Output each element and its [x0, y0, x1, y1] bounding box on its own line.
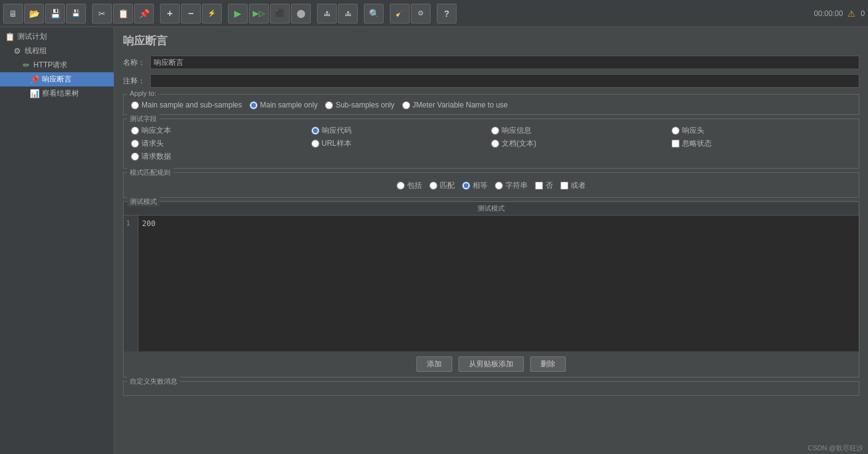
contains-radio[interactable] [397, 182, 405, 190]
cut-button[interactable]: ✂ [92, 4, 112, 23]
response-message-radio[interactable] [491, 127, 499, 135]
response-assertion-icon: 📌 [30, 75, 40, 84]
response-message-label: 响应信息 [502, 125, 531, 136]
test-pattern-fieldset: 测试模式 测试模式 1 200 添加 从剪贴板添加 删除 [123, 201, 859, 377]
pattern-substring[interactable]: 字符串 [495, 180, 528, 191]
field-ignore-status[interactable]: 忽略状态 [672, 138, 852, 149]
pattern-or[interactable]: 或者 [560, 180, 586, 191]
matches-radio[interactable] [429, 182, 437, 190]
apply-sub-only[interactable]: Sub-samples only [325, 101, 394, 109]
comment-input[interactable] [150, 74, 859, 88]
field-document-text[interactable]: 文档(文本) [491, 138, 672, 149]
pattern-contains[interactable]: 包括 [397, 180, 422, 191]
sidebar-item-label: 响应断言 [42, 74, 72, 85]
sidebar-item-label: 测试计划 [17, 32, 47, 42]
sidebar-item-view-results[interactable]: 📊 察看结果树 [0, 86, 114, 101]
pattern-equals[interactable]: 相等 [462, 180, 487, 191]
pattern-matching-row: 包括 匹配 相等 字符串 否 [129, 175, 854, 193]
test-fields-fieldset: 测试字段 响应文本 响应代码 响应信息 响应头 [123, 119, 859, 169]
test-pattern-buttons: 添加 从剪贴板添加 删除 [124, 351, 859, 377]
url-sample-radio[interactable] [311, 140, 319, 148]
field-url-sample[interactable]: URL样本 [311, 138, 492, 149]
start-button[interactable]: ▶ [228, 4, 248, 23]
apply-main-only[interactable]: Main sample only [250, 101, 318, 109]
request-header-radio[interactable] [131, 140, 139, 148]
sidebar: 📋 测试计划 ⚙ 线程组 ✏ HTTP请求 📌 响应断言 📊 察看结果树 [0, 27, 114, 454]
open-button[interactable]: 📂 [24, 4, 44, 23]
apply-main-only-label: Main sample only [260, 101, 318, 109]
function-button[interactable]: ⚙ [411, 4, 431, 23]
field-response-header[interactable]: 响应头 [672, 125, 852, 136]
matches-label: 匹配 [440, 180, 455, 191]
start-no-pause-button[interactable]: ▶▷ [249, 4, 269, 23]
field-response-code[interactable]: 响应代码 [311, 125, 492, 136]
field-request-header[interactable]: 请求头 [131, 138, 311, 149]
response-header-radio[interactable] [672, 127, 680, 135]
warning-count: 0 [861, 9, 865, 18]
sidebar-item-response-assertion[interactable]: 📌 响应断言 [0, 72, 114, 86]
paste-button[interactable]: 📌 [134, 4, 154, 23]
add-button[interactable]: + [160, 4, 180, 23]
apply-jmeter-var[interactable]: JMeter Variable Name to use [402, 101, 508, 109]
test-fields-grid: 响应文本 响应代码 响应信息 响应头 请求头 [129, 122, 854, 164]
new-button[interactable]: 🖥 [3, 4, 23, 23]
shutdown-button[interactable]: ⬤ [291, 4, 311, 23]
add-pattern-button[interactable]: 添加 [416, 356, 452, 372]
sidebar-item-label: HTTP请求 [33, 60, 67, 70]
delete-pattern-button[interactable]: 删除 [530, 356, 566, 372]
apply-main-sub-radio[interactable] [131, 101, 139, 109]
remote-start-button[interactable]: 🖧 [317, 4, 337, 23]
sidebar-item-test-plan[interactable]: 📋 测试计划 [0, 30, 114, 44]
field-request-data[interactable]: 请求数据 [131, 151, 311, 162]
add-from-clipboard-button[interactable]: 从剪贴板添加 [458, 356, 524, 372]
test-pattern-editor[interactable]: 200 [138, 216, 859, 351]
pattern-matches[interactable]: 匹配 [429, 180, 455, 191]
response-text-label: 响应文本 [141, 125, 171, 136]
equals-label: 相等 [473, 180, 487, 191]
response-code-radio[interactable] [311, 127, 319, 135]
line-numbers: 1 [124, 216, 138, 351]
equals-radio[interactable] [462, 182, 470, 190]
search-button[interactable]: 🔍 [364, 4, 384, 23]
apply-sub-only-radio[interactable] [325, 101, 333, 109]
toolbar: 🖥 📂 💾 💾 ✂ 📋 📌 + − ⚡ ▶ ▶▷ ⬛ ⬤ 🖧 🖧 🔍 🧹 ⚙ ?… [0, 0, 868, 27]
or-checkbox[interactable] [560, 182, 568, 190]
apply-to-legend: Apply to: [127, 90, 159, 97]
apply-main-only-radio[interactable] [250, 101, 258, 109]
field-response-message[interactable]: 响应信息 [491, 125, 672, 136]
document-text-radio[interactable] [491, 140, 499, 148]
pattern-matching-fieldset: 模式匹配规则 包括 匹配 相等 字符串 [123, 172, 859, 198]
pattern-not[interactable]: 否 [535, 180, 553, 191]
remote-stop-button[interactable]: 🖧 [338, 4, 358, 23]
copy-button[interactable]: 📋 [113, 4, 133, 23]
name-row: 名称： [114, 53, 868, 72]
field-response-text[interactable]: 响应文本 [131, 125, 311, 136]
apply-jmeter-var-label: JMeter Variable Name to use [413, 101, 508, 109]
main-layout: 📋 测试计划 ⚙ 线程组 ✏ HTTP请求 📌 响应断言 📊 察看结果树 响应断… [0, 27, 868, 454]
line-number-1: 1 [126, 218, 135, 229]
custom-fail-fieldset: 自定义失败消息 [123, 381, 859, 396]
response-text-radio[interactable] [131, 127, 139, 135]
save-all-button[interactable]: 💾 [45, 4, 65, 23]
ignore-status-label: 忽略状态 [682, 138, 712, 149]
apply-jmeter-var-radio[interactable] [402, 101, 410, 109]
thread-group-icon: ⚙ [12, 46, 22, 56]
help-button[interactable]: ? [437, 4, 457, 23]
apply-main-sub[interactable]: Main sample and sub-samples [131, 101, 242, 109]
toggle-button[interactable]: ⚡ [202, 4, 222, 23]
page-title: 响应断言 [114, 27, 868, 53]
sidebar-item-http-request[interactable]: ✏ HTTP请求 [0, 58, 114, 72]
save-button[interactable]: 💾 [66, 4, 86, 23]
substring-radio[interactable] [495, 182, 503, 190]
apply-main-sub-label: Main sample and sub-samples [141, 101, 242, 109]
clear-button[interactable]: 🧹 [390, 4, 410, 23]
toolbar-time-area: 00:00:00 ⚠ 0 [814, 9, 865, 19]
custom-fail-legend: 自定义失败消息 [127, 377, 180, 386]
stop-button[interactable]: ⬛ [270, 4, 290, 23]
ignore-status-checkbox[interactable] [672, 140, 680, 148]
remove-button[interactable]: − [181, 4, 201, 23]
not-checkbox[interactable] [535, 182, 543, 190]
request-data-radio[interactable] [131, 153, 139, 161]
name-input[interactable] [150, 56, 859, 69]
sidebar-item-thread-group[interactable]: ⚙ 线程组 [0, 44, 114, 58]
